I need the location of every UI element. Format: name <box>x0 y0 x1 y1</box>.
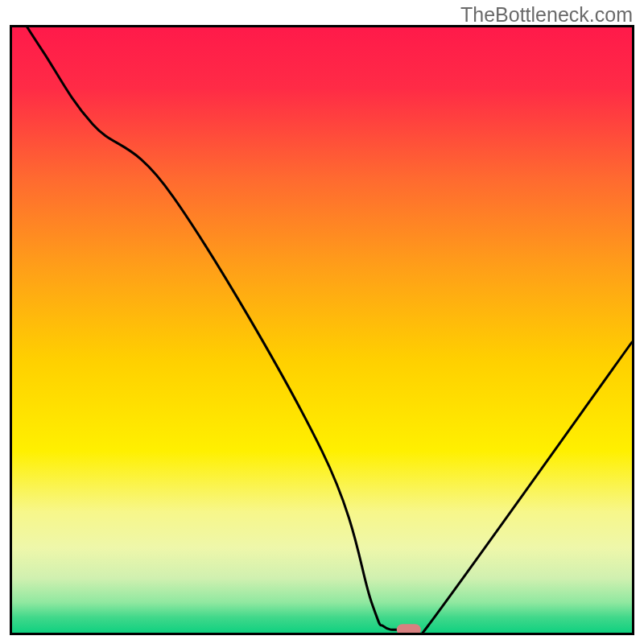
bottleneck-curve <box>12 27 632 633</box>
chart-frame <box>10 25 634 635</box>
optimum-marker <box>397 624 421 633</box>
plot-area <box>12 27 632 633</box>
watermark-text: TheBottleneck.com <box>460 3 633 27</box>
curve-layer <box>12 27 632 633</box>
